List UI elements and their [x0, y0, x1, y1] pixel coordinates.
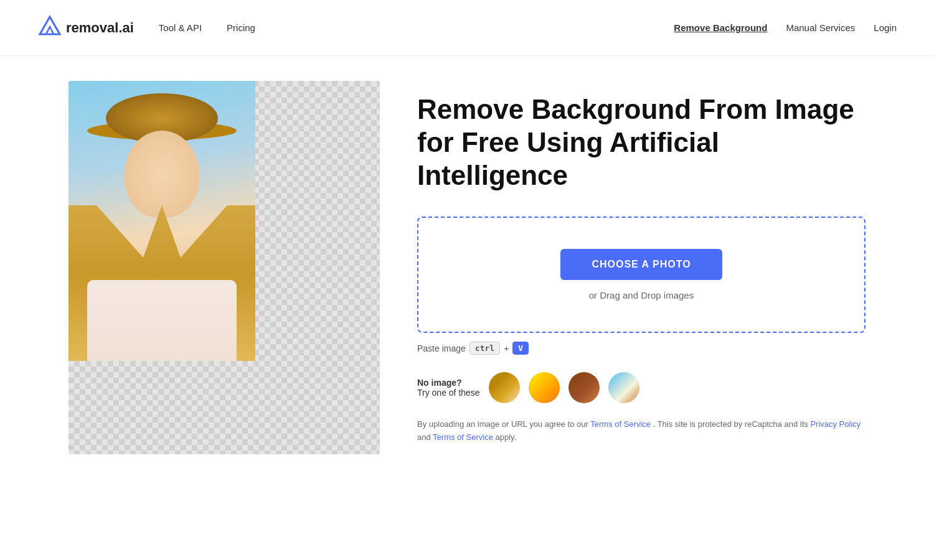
- try-label: Try one of these: [417, 388, 480, 398]
- main-content: Remove Background From Image for Free Us…: [31, 56, 903, 479]
- disclaimer-text-after: apply.: [496, 432, 517, 442]
- nav-remove-background[interactable]: Remove Background: [674, 22, 767, 33]
- ctrl-key: ctrl: [469, 342, 500, 355]
- nav-tool-api[interactable]: Tool & API: [159, 22, 202, 33]
- samples-label: No image? Try one of these: [417, 378, 480, 398]
- sample-image-2[interactable]: [529, 372, 560, 403]
- hero-image-panel: [68, 81, 380, 454]
- nav-pricing[interactable]: Pricing: [227, 22, 255, 33]
- paste-image-label: Paste image: [417, 343, 466, 353]
- disclaimer-text-before: By uploading an image or URL you agree t…: [417, 419, 588, 429]
- choose-photo-button[interactable]: CHOOSE A PHOTO: [560, 249, 722, 280]
- privacy-link[interactable]: Privacy Policy: [810, 419, 861, 429]
- sample-image-1[interactable]: [489, 372, 520, 403]
- samples-row: No image? Try one of these: [417, 372, 866, 403]
- disclaimer-text-middle: . This site is protected by reCaptcha an…: [653, 419, 808, 429]
- v-key: V: [512, 342, 529, 355]
- cta-panel: Remove Background From Image for Free Us…: [417, 81, 866, 444]
- shirt: [87, 280, 237, 361]
- terms-link-1[interactable]: Terms of Service: [590, 419, 651, 429]
- logo[interactable]: removal.ai: [37, 14, 134, 42]
- sample-image-3[interactable]: [568, 372, 600, 403]
- nav-manual-services[interactable]: Manual Services: [786, 22, 855, 33]
- nav-left: removal.ai Tool & API Pricing: [37, 14, 255, 42]
- disclaimer: By uploading an image or URL you agree t…: [417, 418, 866, 444]
- sample-image-4[interactable]: [608, 372, 639, 403]
- face: [125, 131, 199, 218]
- plus-sign: +: [504, 343, 509, 353]
- drag-drop-text: or Drag and Drop images: [589, 290, 694, 301]
- terms-link-2[interactable]: Terms of Service: [433, 432, 493, 442]
- paste-image-row: Paste image ctrl + V: [417, 342, 866, 355]
- dropzone[interactable]: CHOOSE A PHOTO or Drag and Drop images: [417, 217, 866, 333]
- navbar: removal.ai Tool & API Pricing Remove Bac…: [0, 0, 934, 56]
- nav-login[interactable]: Login: [874, 22, 897, 33]
- photo-region: [68, 81, 255, 361]
- nav-right: Remove Background Manual Services Login: [674, 22, 897, 33]
- logo-icon: [37, 14, 62, 42]
- logo-text: removal.ai: [66, 20, 134, 36]
- hero-title: Remove Background From Image for Free Us…: [417, 93, 866, 192]
- no-image-label: No image?: [417, 378, 480, 388]
- hero-image-container: [68, 81, 380, 454]
- disclaimer-and: and: [417, 432, 431, 442]
